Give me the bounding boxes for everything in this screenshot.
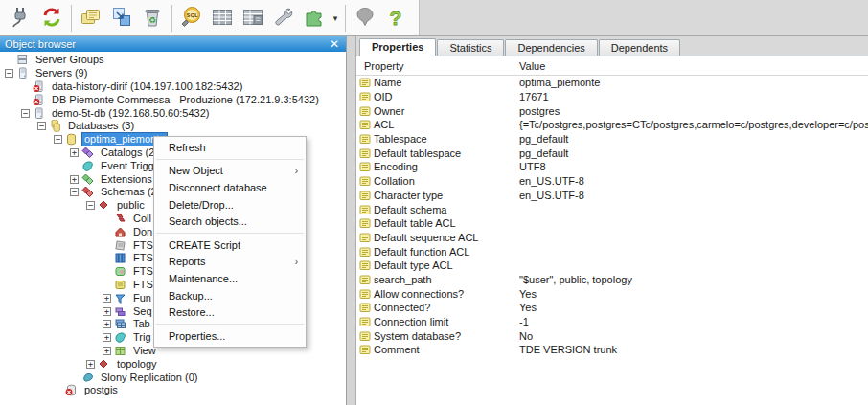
tree-item-demo-5t-db-192-168-50-60-5432[interactable]: −demo-5t-db (192.168.50.60:5432) — [0, 106, 346, 120]
property-name: Default type ACL — [374, 259, 453, 271]
menu-item-reports[interactable]: Reports› — [154, 254, 306, 271]
column-header-value[interactable]: Value — [514, 60, 868, 72]
expand-icon[interactable]: + — [103, 294, 111, 303]
property-value: optima_piemonte — [514, 77, 868, 88]
expand-icon[interactable]: + — [86, 360, 95, 369]
menu-item-refresh[interactable]: Refresh — [154, 139, 306, 156]
tree-item-label: Servers (9) — [33, 67, 90, 79]
expand-icon[interactable]: + — [103, 307, 111, 316]
collapse-icon[interactable]: − — [21, 109, 30, 118]
menu-item-disconnect-database[interactable]: Disconnect database — [154, 179, 306, 196]
tree-item-slony-replication-0[interactable]: Slony Replication (0) — [0, 371, 346, 384]
toolbar-separator — [171, 5, 172, 32]
property-row[interactable]: Tablespacepg_default — [356, 132, 868, 146]
property-row[interactable]: Default function ACL — [356, 244, 868, 259]
column-header-property[interactable]: Property — [356, 56, 514, 75]
help-button[interactable]: ? — [380, 3, 411, 34]
property-name: Character type — [374, 190, 443, 201]
tree-item-topology[interactable]: +topology — [0, 357, 346, 371]
tree-item-label: Seq — [130, 305, 155, 318]
property-name: Tablespace — [374, 133, 427, 145]
property-row[interactable]: Default tablespacepg_default — [356, 146, 868, 160]
property-row[interactable]: ACL{=Tc/postgres,postgres=CTc/postgres,c… — [356, 118, 868, 132]
context-menu: RefreshNew Object›Disconnect databaseDel… — [153, 136, 307, 348]
delete-drop-button[interactable]: ♻ — [137, 3, 168, 34]
property-name: OID — [374, 91, 393, 102]
collapse-icon[interactable]: − — [86, 201, 95, 210]
property-row[interactable]: OID17671 — [356, 90, 868, 104]
menu-item-new-object[interactable]: New Object› — [154, 163, 306, 180]
properties-grid-header: Property Value — [356, 56, 868, 76]
properties-grid-body: Nameoptima_piemonteOID17671Ownerpostgres… — [356, 76, 868, 357]
menu-item-delete-drop[interactable]: Delete/Drop... — [154, 196, 306, 214]
tree-item-data-history-dirif-104-197-100-182-5432[interactable]: data-history-dirif (104.197.100.182:5432… — [0, 80, 346, 94]
tree-item-databases-3[interactable]: −Databases (3) — [0, 120, 346, 133]
property-row[interactable]: Default type ACL — [356, 259, 868, 273]
tree-item-servers-9[interactable]: −Servers (9) — [0, 67, 346, 80]
property-row[interactable]: CommentTDE VERSION trunk — [356, 343, 868, 357]
menu-item-properties[interactable]: Properties... — [154, 327, 306, 345]
svg-text:?: ? — [390, 7, 402, 29]
property-row[interactable]: Connection limit-1 — [356, 315, 868, 329]
property-icon — [359, 246, 371, 258]
tree-item-postgis[interactable]: postgis — [0, 384, 346, 397]
property-row[interactable]: EncodingUTF8 — [356, 160, 868, 174]
servers-icon — [16, 67, 29, 79]
tree-item-db-piemonte-commessa-produzione-172-21-9-3-5432[interactable]: DB Piemonte Commessa - Produzione (172.2… — [0, 93, 346, 106]
sql-query-button[interactable]: SQL — [176, 3, 207, 34]
plugins-button[interactable] — [299, 3, 330, 34]
tab-dependents[interactable]: Dependents — [599, 39, 680, 56]
expand-icon[interactable]: + — [70, 148, 79, 157]
maintenance-button[interactable] — [268, 3, 299, 34]
property-name: Owner — [374, 105, 404, 117]
paste-button[interactable] — [106, 3, 137, 34]
dropdown-arrow-icon: ▾ — [333, 13, 338, 23]
close-icon[interactable]: ✕ — [328, 39, 341, 49]
tab-statistics[interactable]: Statistics — [437, 39, 504, 56]
menu-item-maintenance[interactable]: Maintenance... — [154, 270, 306, 287]
property-name: Default tablespace — [374, 147, 461, 159]
tab-dependencies[interactable]: Dependencies — [505, 39, 597, 56]
menu-item-search-objects[interactable]: Search objects... — [154, 213, 306, 230]
hint-button[interactable] — [350, 3, 380, 34]
property-row[interactable]: System database?No — [356, 328, 868, 343]
expand-icon[interactable]: + — [103, 347, 111, 355]
property-row[interactable]: Collationen_US.UTF-8 — [356, 174, 868, 189]
panel-splitter[interactable] — [347, 36, 356, 405]
property-row[interactable]: search_path"$user", public, topology — [356, 273, 868, 287]
property-row[interactable]: Connected?Yes — [356, 301, 868, 315]
property-row[interactable]: Ownerpostgres — [356, 103, 868, 118]
property-row[interactable]: Allow connections?Yes — [356, 286, 868, 301]
tree-item-server-groups[interactable]: Server Groups — [0, 54, 346, 67]
collapse-icon[interactable]: − — [54, 135, 62, 144]
property-name: Connected? — [374, 302, 430, 313]
filtered-view-button[interactable] — [238, 3, 268, 34]
view-data-button[interactable] — [207, 3, 238, 34]
tab-properties[interactable]: Properties — [359, 38, 436, 56]
property-row[interactable]: Default table ACL — [356, 216, 868, 231]
menu-item-restore[interactable]: Restore... — [154, 304, 306, 321]
collapse-icon[interactable]: − — [37, 122, 46, 130]
property-row[interactable]: Nameoptima_piemonte — [356, 76, 868, 90]
sequences-icon — [114, 305, 126, 318]
property-row[interactable]: Character typeen_US.UTF-8 — [356, 189, 868, 203]
connect-server-button[interactable] — [6, 3, 36, 34]
expand-icon[interactable]: + — [103, 333, 111, 342]
collapse-icon[interactable]: − — [5, 69, 13, 78]
menu-item-create-script[interactable]: CREATE Script — [154, 236, 306, 254]
object-properties-button[interactable] — [76, 3, 106, 34]
collapse-icon[interactable]: − — [70, 188, 79, 196]
tree-item-label: Tab — [130, 318, 153, 330]
svg-text:SQL: SQL — [186, 12, 198, 18]
expand-icon[interactable]: + — [103, 320, 111, 328]
refresh-button[interactable] — [36, 3, 67, 34]
property-row[interactable]: Default schema — [356, 202, 868, 216]
property-row[interactable]: Default sequence ACL — [356, 231, 868, 245]
menu-item-backup[interactable]: Backup... — [154, 287, 306, 304]
tree-item-label: Trig — [130, 331, 154, 344]
property-icon — [359, 204, 371, 215]
plugins-dropdown-button[interactable]: ▾ — [330, 3, 341, 34]
fts-dictionaries-icon — [114, 252, 126, 264]
tree-item-label: public — [114, 199, 148, 212]
expand-icon[interactable]: + — [70, 175, 79, 184]
